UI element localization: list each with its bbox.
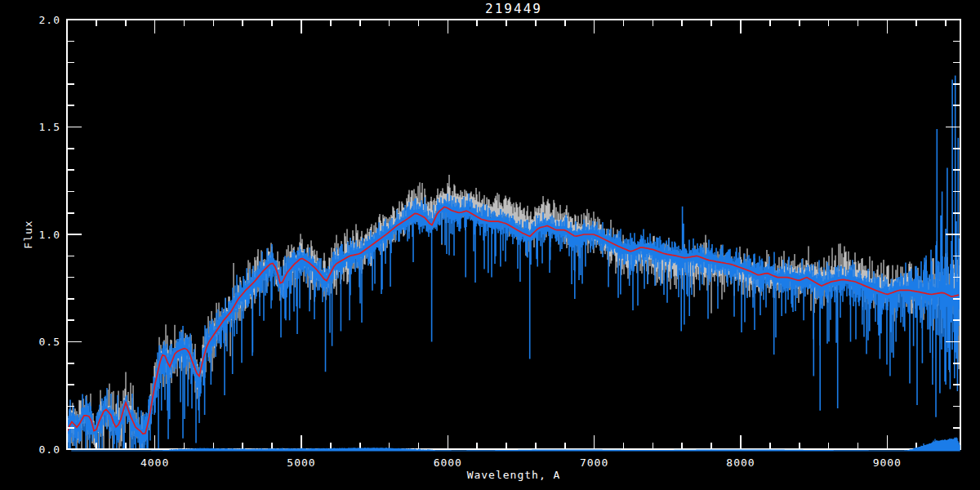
y-axis-title: Flux bbox=[22, 220, 34, 248]
x-tick-label: 7000 bbox=[580, 457, 608, 469]
x-tick-label: 4000 bbox=[140, 457, 169, 469]
y-tick-label: 0.0 bbox=[39, 443, 60, 456]
spectrum-plot-window: 219449 Wavelength, A Flux 40005000600070… bbox=[0, 0, 980, 490]
observed-trace bbox=[68, 175, 960, 449]
x-tick-label: 6000 bbox=[434, 457, 462, 469]
y-tick-label: 1.5 bbox=[39, 121, 60, 133]
spectrum-traces bbox=[67, 75, 960, 449]
spectrum-chart: 219449 Wavelength, A Flux 40005000600070… bbox=[0, 0, 980, 490]
y-tick-label: 2.0 bbox=[39, 14, 60, 26]
y-tick-label: 0.5 bbox=[39, 336, 60, 348]
template-trace bbox=[68, 75, 960, 449]
x-axis-title: Wavelength, A bbox=[467, 469, 561, 481]
y-tick-label: 1.0 bbox=[39, 229, 60, 241]
plot-title: 219449 bbox=[485, 1, 542, 16]
x-tick-label: 5000 bbox=[287, 457, 315, 469]
x-tick-label: 9000 bbox=[873, 457, 902, 469]
x-tick-label: 8000 bbox=[726, 457, 755, 469]
